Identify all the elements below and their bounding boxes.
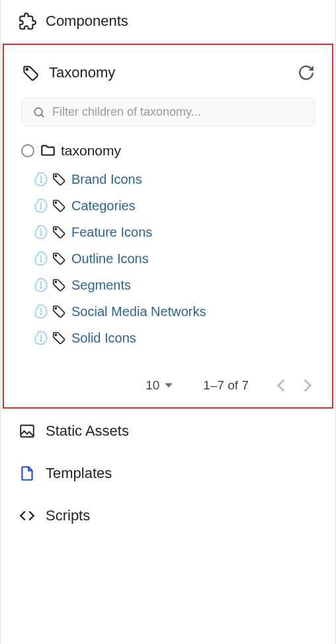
section-templates-label: Templates (46, 465, 318, 482)
new-badge-icon (33, 277, 49, 293)
next-page-button[interactable] (300, 376, 315, 395)
pagination: 10 1–7 of 7 (4, 359, 332, 407)
tag-icon (52, 172, 66, 186)
taxonomy-child-link[interactable]: Outline Icons (71, 251, 149, 266)
document-icon (18, 464, 36, 483)
taxonomy-root-label: taxonomy (61, 143, 121, 159)
tag-icon (52, 225, 66, 239)
svg-point-4 (40, 208, 42, 209)
svg-point-8 (40, 261, 42, 262)
code-icon (18, 506, 36, 525)
puzzle-icon (18, 12, 36, 30)
caret-down-icon (165, 382, 173, 389)
svg-point-12 (40, 313, 42, 315)
new-badge-icon (33, 198, 49, 214)
taxonomy-child-row[interactable]: Social Media Networks (33, 298, 320, 325)
chevron-left-icon (276, 379, 286, 392)
chevron-right-icon (303, 379, 312, 392)
page-size-select[interactable]: 10 (146, 378, 173, 393)
svg-point-0 (26, 68, 28, 70)
tag-icon (52, 251, 66, 266)
svg-point-14 (40, 340, 42, 341)
svg-point-2 (40, 181, 42, 182)
tag-icon (21, 63, 40, 82)
svg-point-9 (55, 255, 56, 256)
section-static-assets-label: Static Assets (46, 423, 318, 440)
refresh-button[interactable] (298, 64, 315, 81)
taxonomy-child-row[interactable]: Solid Icons (33, 325, 320, 351)
taxonomy-root-row[interactable]: taxonomy (21, 138, 320, 163)
taxonomy-highlight-box: Taxonomy taxonomy (3, 44, 333, 409)
page-size-value: 10 (146, 378, 159, 393)
search-icon (32, 106, 46, 119)
taxonomy-child-link[interactable]: Brand Icons (71, 172, 142, 187)
svg-point-5 (55, 202, 56, 203)
svg-point-1 (34, 108, 42, 116)
taxonomy-child-link[interactable]: Solid Icons (71, 331, 136, 346)
section-scripts-label: Scripts (46, 507, 318, 524)
taxonomy-filter-input[interactable] (52, 105, 304, 119)
new-badge-icon (33, 171, 49, 187)
prev-page-button[interactable] (274, 376, 288, 395)
tag-icon (52, 198, 66, 213)
folder-icon (40, 142, 57, 159)
tag-icon (52, 278, 66, 292)
tag-icon (52, 331, 66, 345)
section-components-label: Components (46, 13, 318, 30)
svg-point-13 (55, 307, 56, 309)
taxonomy-child-row[interactable]: Segments (33, 272, 320, 298)
taxonomy-child-link[interactable]: Categories (71, 198, 136, 214)
svg-point-15 (55, 334, 56, 335)
tag-icon (52, 304, 66, 319)
section-static-assets[interactable]: Static Assets (1, 410, 335, 452)
taxonomy-child-row[interactable]: Feature Icons (33, 219, 320, 245)
taxonomy-child-row[interactable]: Brand Icons (33, 166, 320, 192)
new-badge-icon (33, 251, 49, 266)
section-templates[interactable]: Templates (1, 452, 335, 495)
new-badge-icon (33, 224, 49, 240)
svg-point-3 (55, 175, 56, 177)
new-badge-icon (33, 330, 49, 346)
svg-point-11 (55, 281, 56, 282)
taxonomy-child-link[interactable]: Feature Icons (71, 225, 152, 240)
new-badge-icon (33, 303, 49, 319)
taxonomy-child-row[interactable]: Outline Icons (33, 245, 320, 272)
taxonomy-child-link[interactable]: Segments (71, 278, 131, 293)
taxonomy-child-row[interactable]: Categories (33, 192, 320, 219)
section-components[interactable]: Components (1, 0, 335, 42)
radio-icon[interactable] (21, 144, 34, 157)
taxonomy-filter-input-wrap[interactable] (21, 98, 315, 126)
refresh-icon (298, 64, 315, 81)
section-taxonomy-label: Taxonomy (49, 64, 288, 81)
svg-rect-16 (21, 425, 34, 436)
page-range: 1–7 of 7 (203, 378, 249, 393)
section-scripts[interactable]: Scripts (1, 495, 335, 537)
image-icon (18, 422, 36, 440)
section-taxonomy[interactable]: Taxonomy (4, 52, 332, 94)
svg-point-10 (40, 287, 42, 288)
taxonomy-child-link[interactable]: Social Media Networks (71, 304, 206, 319)
svg-point-7 (55, 228, 56, 229)
svg-point-6 (40, 234, 42, 235)
